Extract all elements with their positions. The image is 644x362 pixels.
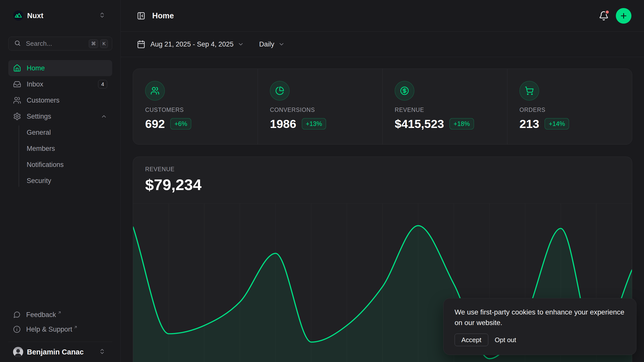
revenue-chart-header: REVENUE $79,234	[133, 157, 632, 194]
stat-label: CONVERSIONS	[270, 107, 370, 113]
stat-value: $415,523	[395, 117, 444, 131]
page-title: Home	[152, 11, 174, 20]
sidebar-nav: Home Inbox 4 Customers Settings	[0, 60, 120, 189]
chevron-down-icon	[237, 41, 244, 48]
help-support-link[interactable]: Help & Support	[8, 322, 112, 337]
user-menu[interactable]: Benjamin Canac	[8, 342, 112, 362]
stat-delta-badge: +14%	[545, 118, 569, 129]
subnav-item-label: General	[27, 129, 51, 137]
external-link-icon	[57, 310, 62, 315]
sidebar-item-inbox[interactable]: Inbox 4	[8, 76, 112, 92]
stat-revenue[interactable]: REVENUE $415,523 +18%	[382, 69, 507, 144]
avatar	[13, 347, 23, 357]
stat-label: ORDERS	[519, 107, 620, 113]
subnav-guide-line	[19, 125, 19, 187]
feedback-link[interactable]: Feedback	[8, 307, 112, 322]
revenue-chart-total: $79,234	[145, 176, 620, 194]
kbd-k-key: K	[100, 39, 108, 48]
stat-customers[interactable]: CUSTOMERS 692 +6%	[133, 69, 258, 144]
cookie-actions: Accept Opt out	[455, 334, 625, 346]
chevron-up-icon	[101, 113, 107, 120]
sidebar-item-label: Customers	[27, 97, 60, 104]
granularity-select[interactable]: Daily	[259, 40, 285, 48]
message-bubble-icon	[13, 311, 21, 319]
stat-delta-badge: +6%	[170, 118, 191, 129]
user-name: Benjamin Canac	[27, 348, 84, 356]
subnav-item-label: Security	[27, 177, 51, 185]
search-icon	[14, 40, 21, 48]
workspace-name: Nuxt	[27, 12, 43, 20]
sidebar-item-label: Settings	[27, 113, 51, 120]
sidebar-item-members[interactable]: Members	[8, 141, 112, 157]
stat-value: 1986	[270, 117, 296, 131]
accept-cookies-button[interactable]: Accept	[455, 334, 488, 346]
help-support-label: Help & Support	[26, 326, 72, 333]
users-icon	[13, 96, 21, 104]
chevrons-up-down-icon	[99, 12, 105, 19]
workspace-selector[interactable]: Nuxt	[8, 8, 112, 24]
date-range-value: Aug 21, 2025 - Sep 4, 2025	[150, 40, 233, 48]
shopping-cart-icon	[519, 81, 539, 101]
feedback-label: Feedback	[26, 311, 56, 319]
opt-out-button[interactable]: Opt out	[488, 334, 523, 346]
sidebar-footer: Feedback Help & Support	[0, 307, 120, 342]
cookie-banner: We use first-party cookies to enhance yo…	[443, 298, 636, 355]
add-button[interactable]	[616, 8, 631, 24]
sidebar-item-home[interactable]: Home	[8, 60, 112, 76]
header-actions	[599, 8, 631, 24]
stat-value: 692	[145, 117, 165, 131]
sidebar-item-settings[interactable]: Settings	[8, 108, 112, 124]
search-input[interactable]: Search... ⌘ K	[8, 37, 112, 51]
nuxt-logo-icon	[13, 11, 23, 21]
chevrons-up-down-icon	[99, 348, 105, 356]
stat-orders[interactable]: ORDERS 213 +14%	[507, 69, 632, 144]
sidebar: Nuxt Search... ⌘ K Home	[0, 0, 121, 362]
filters-bar: Aug 21, 2025 - Sep 4, 2025 Daily	[121, 32, 644, 57]
inbox-icon	[13, 80, 21, 88]
subnav-item-label: Members	[27, 145, 55, 153]
pie-chart-icon	[270, 81, 290, 101]
notifications-bell-icon[interactable]	[599, 11, 609, 21]
chevron-down-icon	[278, 41, 285, 48]
collapse-sidebar-icon[interactable]	[137, 12, 145, 20]
info-circle-icon	[13, 326, 21, 333]
circle-dollar-icon	[395, 81, 414, 101]
sidebar-item-notifications[interactable]: Notifications	[8, 157, 112, 173]
page-header: Home	[121, 0, 644, 32]
inbox-count-badge: 4	[98, 80, 107, 88]
cookie-message: We use first-party cookies to enhance yo…	[455, 307, 625, 328]
stat-delta-badge: +18%	[450, 118, 474, 129]
kbd-command-key: ⌘	[89, 39, 98, 48]
stat-label: REVENUE	[395, 107, 495, 113]
calendar-icon	[137, 40, 145, 49]
search-placeholder: Search...	[26, 40, 87, 48]
granularity-value: Daily	[259, 40, 274, 48]
sidebar-item-security[interactable]: Security	[8, 173, 112, 189]
notification-dot	[605, 10, 610, 14]
home-icon	[13, 64, 21, 72]
sidebar-item-label: Home	[27, 64, 45, 72]
date-range-picker[interactable]: Aug 21, 2025 - Sep 4, 2025	[137, 40, 244, 49]
gear-icon	[13, 112, 21, 120]
stat-conversions[interactable]: CONVERSIONS 1986 +13%	[258, 69, 382, 144]
revenue-chart-label: REVENUE	[145, 166, 620, 173]
settings-subnav: General Members Notifications Security	[8, 124, 112, 189]
stats-overview-card: CUSTOMERS 692 +6% CONVERSIONS 1986 +13%	[133, 69, 632, 145]
stat-value: 213	[519, 117, 539, 131]
sidebar-item-label: Inbox	[27, 80, 43, 88]
app-root: Nuxt Search... ⌘ K Home	[0, 0, 644, 362]
stat-label: CUSTOMERS	[145, 107, 246, 113]
external-link-icon	[73, 325, 78, 329]
sidebar-item-customers[interactable]: Customers	[8, 92, 112, 108]
users-icon	[145, 81, 165, 101]
sidebar-item-general[interactable]: General	[8, 124, 112, 141]
subnav-item-label: Notifications	[27, 161, 64, 169]
stat-delta-badge: +13%	[302, 118, 326, 129]
